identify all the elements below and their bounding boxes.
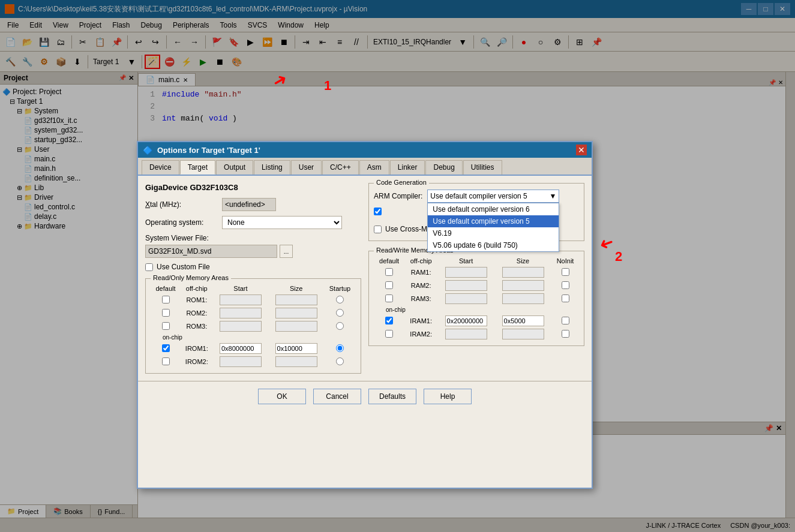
modal-tab-linker[interactable]: Linker (390, 160, 425, 175)
iram1-label: IRAM1: (404, 314, 437, 327)
ram1-noinit[interactable] (562, 268, 569, 276)
ram2-default[interactable] (385, 281, 393, 289)
device-name: GigaDevice GD32F103C8 (145, 183, 361, 192)
irom1-start[interactable] (220, 343, 262, 354)
modal-tab-debug[interactable]: Debug (425, 160, 462, 175)
os-row: Operating system: None (145, 216, 361, 229)
modal-tab-user[interactable]: User (291, 160, 322, 175)
rom1-size[interactable] (275, 294, 317, 305)
col-startup: Startup (324, 284, 356, 293)
iram2-start[interactable] (445, 329, 487, 339)
ok-btn[interactable]: OK (258, 389, 306, 404)
rom2-start[interactable] (220, 308, 262, 318)
modal-tab-device[interactable]: Device (142, 160, 179, 175)
modal-tab-output[interactable]: Output (216, 160, 253, 175)
ram3-start[interactable] (445, 293, 487, 304)
rom1-start[interactable] (220, 294, 262, 305)
irom1-startup[interactable] (336, 344, 344, 352)
ram3-row: RAM3: (374, 292, 579, 305)
rom3-startup[interactable] (336, 322, 344, 330)
modal-tab-utilities[interactable]: Utilities (463, 160, 502, 175)
svd-section-label: System Viewer File: (145, 234, 361, 242)
iram2-size[interactable] (502, 329, 544, 339)
ram1-size[interactable] (502, 267, 544, 278)
modal-tab-cpp[interactable]: C/C++ (322, 160, 359, 175)
rw-col-start: Start (437, 256, 494, 266)
compiler-dropdown-btn[interactable]: Use default compiler version 5 ▼ (427, 190, 559, 203)
compiler-option-0[interactable]: Use default compiler version 6 (428, 203, 559, 215)
ram1-row: RAM1: (374, 266, 579, 279)
col-start: Start (213, 284, 269, 293)
custom-file-checkbox[interactable] (145, 263, 153, 271)
rom3-size[interactable] (275, 321, 317, 332)
iram2-noinit[interactable] (562, 330, 569, 338)
xtal-input[interactable] (222, 198, 276, 211)
defaults-btn[interactable]: Defaults (368, 389, 416, 404)
rom2-startup[interactable] (336, 309, 344, 317)
modal-right-col: Code Generation ARM Compiler: Use defaul… (368, 183, 584, 374)
os-select[interactable]: None (222, 216, 342, 229)
rw-on-chip-label: on-chip (374, 305, 579, 314)
ram2-label: RAM2: (404, 279, 437, 292)
cancel-btn[interactable]: Cancel (313, 389, 361, 404)
modal-tabs: Device Target Output Listing User C/C++ … (138, 158, 592, 176)
help-btn[interactable]: Help (424, 389, 472, 404)
rw-col-offchip: off-chip (404, 256, 437, 266)
modal-close-btn[interactable]: ✕ (576, 145, 587, 155)
modal-body: GigaDevice GD32F103C8 Xtal (MHz): Operat… (138, 176, 592, 381)
iram2-label: IRAM2: (404, 327, 437, 341)
arrow-num-2: 2 (615, 249, 622, 265)
modal-tab-asm[interactable]: Asm (359, 160, 389, 175)
code-gen-title: Code Generation (374, 179, 429, 186)
iram1-start[interactable] (445, 315, 487, 326)
iram1-size[interactable] (502, 315, 544, 326)
col-default: default (151, 284, 181, 293)
modal-overlay: 🔷 Options for Target 'Target 1' ✕ Device… (0, 0, 795, 532)
irom1-size[interactable] (275, 343, 317, 354)
microlib-checkbox[interactable] (374, 208, 382, 215)
rw-col-noinit: NoInit (551, 256, 579, 266)
irom2-start[interactable] (220, 356, 262, 367)
ram1-default[interactable] (385, 268, 393, 276)
col-offchip: off-chip (181, 284, 213, 293)
compiler-option-2[interactable]: V6.19 (428, 227, 559, 239)
rom1-startup[interactable] (336, 296, 344, 303)
iram2-default[interactable] (385, 330, 393, 338)
modal-tab-listing[interactable]: Listing (254, 160, 290, 175)
xtal-row: Xtal (MHz): (145, 198, 361, 211)
modal-tab-target[interactable]: Target (180, 160, 215, 175)
rom1-label: ROM1: (181, 293, 213, 306)
rom1-default[interactable] (162, 296, 170, 303)
ram1-start[interactable] (445, 267, 487, 278)
rom3-label: ROM3: (181, 320, 213, 333)
ram2-size[interactable] (502, 280, 544, 291)
svd-input[interactable] (145, 245, 277, 258)
rom2-size[interactable] (275, 308, 317, 318)
compiler-option-1[interactable]: Use default compiler version 5 (428, 215, 559, 227)
ram3-default[interactable] (385, 294, 393, 302)
code-gen-section: Code Generation ARM Compiler: Use defaul… (368, 183, 584, 241)
rom2-default[interactable] (162, 309, 170, 317)
iram1-default[interactable] (385, 317, 393, 324)
cross-module-checkbox[interactable] (374, 226, 382, 233)
ram3-size[interactable] (502, 293, 544, 304)
compiler-dropdown-wrapper: Use default compiler version 5 ▼ Use def… (427, 190, 559, 203)
ram3-noinit[interactable] (562, 294, 569, 302)
irom1-default[interactable] (162, 344, 170, 352)
readonly-memory-section: Read/Only Memory Areas default off-chip … (145, 278, 361, 374)
svd-browse-btn[interactable]: ... (280, 245, 293, 258)
rw-on-chip-label-row: on-chip (374, 305, 579, 314)
svd-file-row: ... (145, 245, 361, 258)
irom2-default[interactable] (162, 357, 170, 365)
rom3-start[interactable] (220, 321, 262, 332)
compiler-option-3[interactable]: V5.06 update 6 (build 750) (428, 239, 559, 251)
iram1-noinit[interactable] (562, 317, 569, 324)
rom3-default[interactable] (162, 322, 170, 330)
irom2-startup[interactable] (336, 357, 344, 365)
rom2-label: ROM2: (181, 306, 213, 320)
ram2-noinit[interactable] (562, 281, 569, 289)
modal-footer: OK Cancel Defaults Help (138, 381, 592, 411)
ram2-start[interactable] (445, 280, 487, 291)
rom2-row: ROM2: (151, 306, 356, 320)
irom2-size[interactable] (275, 356, 317, 367)
